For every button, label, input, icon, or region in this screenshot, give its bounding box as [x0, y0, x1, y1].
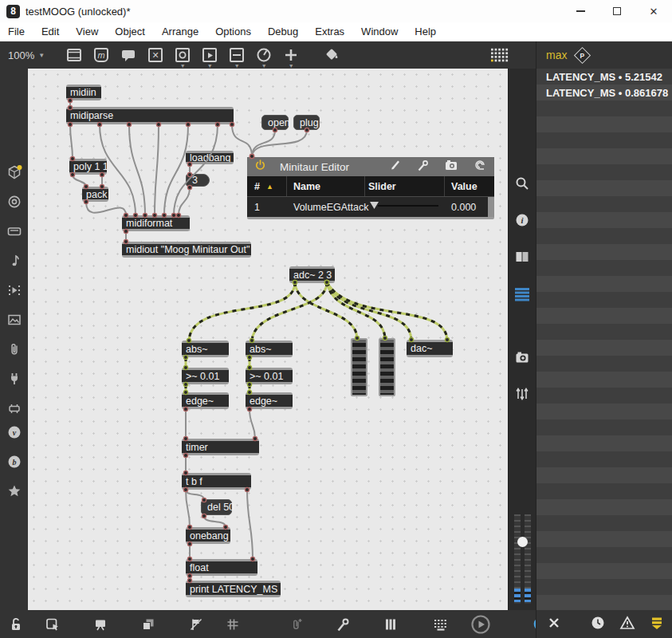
probe-badge-icon[interactable]: P [574, 46, 591, 63]
menu-object[interactable]: Object [115, 26, 145, 37]
flag-icon[interactable] [188, 616, 204, 632]
object-pack[interactable]: pack [82, 187, 108, 202]
object-onebang[interactable]: onebang [186, 527, 230, 544]
packages-icon[interactable] [6, 164, 22, 180]
zoom-dropdown[interactable]: 100%▼ [8, 49, 45, 61]
close-button[interactable]: ✕ [635, 0, 672, 22]
menu-view[interactable]: View [76, 26, 98, 37]
paperclip-icon[interactable] [6, 341, 22, 357]
image-icon[interactable] [6, 312, 22, 328]
music-note-icon[interactable] [6, 253, 22, 269]
param-value[interactable]: 0.000 [445, 202, 488, 213]
camera-icon[interactable] [445, 160, 458, 174]
console-window-icon[interactable] [6, 223, 22, 239]
grid-overlay-icon[interactable] [491, 46, 509, 64]
object-greater-left[interactable]: >~ 0.01 [182, 368, 229, 384]
number-box[interactable]: 3 [186, 174, 210, 187]
gain-knob[interactable] [517, 537, 528, 547]
message-plug[interactable]: plug [293, 115, 320, 130]
button-icon[interactable]: ▼ [201, 46, 218, 64]
unlock-icon[interactable] [8, 616, 24, 632]
object-midiformat[interactable]: midiformat [122, 215, 190, 231]
object-adc[interactable]: adc~ 2 3 [289, 266, 335, 283]
object-timer[interactable]: timer [182, 439, 259, 455]
sort-ascending-icon[interactable]: ▲ [266, 183, 273, 191]
power-icon[interactable] [253, 159, 267, 175]
pencil-icon[interactable] [390, 160, 401, 174]
console-entry[interactable]: LATENCY_MS • 5.21542 [536, 69, 672, 85]
toggle-icon[interactable]: ▼ [174, 46, 191, 64]
object-dac[interactable]: dac~ [407, 340, 453, 357]
spiral-icon[interactable] [474, 159, 486, 175]
menu-edit[interactable]: Edit [41, 26, 59, 37]
filter-icon[interactable] [649, 615, 665, 634]
menu-extras[interactable]: Extras [315, 26, 344, 37]
dial-icon[interactable]: ▼ [255, 46, 273, 64]
minimize-button[interactable] [562, 0, 599, 22]
reference-icon[interactable] [514, 249, 530, 265]
console-entry[interactable]: LATENCY_MS • 0.861678 [536, 85, 672, 100]
maximize-button[interactable] [599, 0, 635, 22]
object-midiparse[interactable]: midiparse [66, 107, 234, 124]
piano-icon[interactable] [383, 616, 399, 632]
patcher-canvas[interactable]: midiin midiparse poly 1 1 pack loadbang … [28, 69, 508, 610]
layers-icon[interactable] [140, 616, 156, 632]
comment-icon[interactable] [120, 46, 137, 64]
message-box-icon[interactable]: m [92, 46, 110, 64]
object-box-icon[interactable]: ✕ [147, 46, 164, 64]
wrench-icon[interactable] [335, 616, 351, 632]
selection-icon[interactable] [45, 616, 61, 632]
gain-slider[interactable] [514, 514, 531, 604]
target-icon[interactable] [6, 194, 22, 210]
patcher-frame-icon[interactable] [65, 46, 83, 64]
star-icon[interactable] [6, 483, 22, 499]
object-float[interactable]: float [186, 559, 257, 576]
object-print[interactable]: print LATENCY_MS [186, 581, 281, 597]
beap-icon[interactable]: b [6, 454, 22, 470]
grid-lines-icon[interactable] [225, 616, 241, 632]
object-loadbang[interactable]: loadbang [186, 151, 234, 164]
plug-icon[interactable] [6, 371, 22, 387]
object-edge-right[interactable]: edge~ [246, 392, 293, 409]
object-midiin[interactable]: midiin [66, 85, 101, 100]
add-object-icon[interactable]: ▼ [282, 46, 300, 64]
info-icon[interactable]: i [514, 212, 530, 228]
message-del50[interactable]: del 50 [201, 499, 232, 515]
midi-device-icon[interactable] [6, 400, 22, 416]
clear-icon[interactable] [546, 615, 562, 634]
presentation-icon[interactable] [92, 616, 108, 632]
menu-file[interactable]: File [8, 26, 25, 37]
object-abs-left[interactable]: abs~ [182, 341, 229, 357]
message-open[interactable]: open [261, 115, 289, 130]
video-icon[interactable] [6, 282, 22, 298]
object-edge-left[interactable]: edge~ [182, 392, 229, 409]
meter-left[interactable] [351, 338, 367, 396]
mixer-icon[interactable] [514, 386, 530, 402]
wrench-icon[interactable] [417, 160, 429, 175]
attach-icon[interactable] [289, 616, 305, 632]
console-tab[interactable]: max [546, 49, 567, 61]
object-greater-right[interactable]: >~ 0.01 [246, 368, 293, 384]
vizzie-icon[interactable]: v [6, 424, 22, 440]
keyboard-icon[interactable] [432, 616, 450, 632]
menu-options[interactable]: Options [215, 26, 251, 37]
run-icon[interactable] [470, 616, 491, 632]
editor-scrollbar[interactable] [488, 197, 494, 217]
menu-debug[interactable]: Debug [268, 26, 298, 37]
object-abs-right[interactable]: abs~ [246, 341, 293, 357]
param-slider[interactable] [365, 200, 445, 214]
snapshot-camera-icon[interactable] [514, 349, 530, 365]
console-list-icon[interactable] [514, 286, 530, 301]
menu-help[interactable]: Help [415, 26, 436, 37]
meter-right[interactable] [379, 338, 395, 396]
paint-bucket-icon[interactable] [324, 46, 341, 64]
search-icon[interactable] [514, 175, 530, 191]
object-midiout[interactable]: midiout "Moog Minitaur Out" [122, 242, 251, 258]
number-box-icon[interactable]: ▼ [228, 46, 246, 64]
warning-icon[interactable] [619, 615, 635, 634]
menu-window[interactable]: Window [361, 26, 398, 37]
object-poly[interactable]: poly 1 1 [69, 159, 107, 175]
menu-arrange[interactable]: Arrange [162, 26, 198, 37]
object-trigger[interactable]: t b f [182, 473, 251, 490]
clock-icon[interactable] [590, 615, 606, 634]
